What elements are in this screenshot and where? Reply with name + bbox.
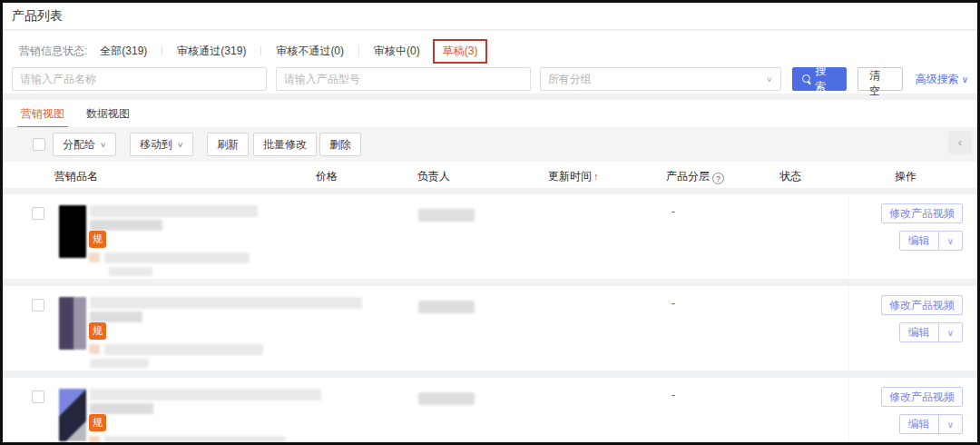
group-select-value: 所有分组: [548, 72, 592, 87]
col-status: 状态: [779, 169, 801, 184]
advanced-search-label: 高级搜索: [916, 73, 959, 85]
redacted-owner: [418, 301, 475, 313]
move-to-button-label: 移动到: [140, 137, 172, 153]
table-header: 营销品名 价格 负责人 更新时间↑ 产品分层? 状态 操作: [3, 162, 977, 189]
redacted-meta-line: [104, 344, 263, 355]
redacted-meta-line: [104, 252, 250, 263]
help-icon[interactable]: ?: [712, 173, 724, 184]
product-name-input[interactable]: [12, 67, 267, 91]
chevron-down-icon[interactable]: ∨: [938, 415, 962, 433]
col-owner: 负责人: [417, 169, 450, 184]
edit-split-button: 编辑 ∨: [899, 231, 963, 251]
edit-video-button[interactable]: 修改产品视频: [881, 387, 963, 407]
edit-button[interactable]: 编辑: [900, 232, 938, 250]
collapse-panel-button[interactable]: ‹: [948, 131, 972, 154]
status-item-approved[interactable]: 审核通过(319): [177, 44, 246, 59]
col-product-tier-label: 产品分层: [666, 170, 710, 183]
group-select[interactable]: 所有分组 ∨: [540, 67, 781, 91]
redacted-tag: [89, 252, 100, 262]
redacted-product-subtitle: [90, 220, 162, 231]
col-price: 价格: [316, 169, 338, 184]
status-item-all[interactable]: 全部(319): [100, 44, 147, 59]
redacted-owner: [418, 209, 475, 222]
advanced-search-link[interactable]: 高级搜索∨: [916, 72, 968, 87]
col-product-tier: 产品分层?: [666, 169, 724, 184]
annotation-box: 草稿(3): [433, 39, 488, 64]
edit-button[interactable]: 编辑: [900, 415, 938, 433]
search-inputs-row: 所有分组 ∨ 搜索 清空 高级搜索∨: [12, 67, 968, 91]
status-item-draft[interactable]: 草稿(3): [443, 44, 478, 59]
redacted-meta-line: [109, 267, 152, 276]
delete-button[interactable]: 删除: [319, 133, 361, 156]
chevron-down-icon: ∨: [962, 74, 968, 84]
search-icon: [802, 74, 812, 84]
redacted-meta-line: [104, 436, 286, 445]
page-title: 产品列表: [12, 8, 63, 25]
clear-button[interactable]: 清空: [858, 67, 903, 91]
product-thumbnail: [59, 389, 86, 441]
spec-badge: 规: [89, 322, 106, 340]
view-card: 营销视图 数据视图 分配给∨ 移动到∨ 刷新 批量修改 删除 ‹ 营销品名 价格…: [3, 100, 977, 442]
redacted-tag: [89, 344, 100, 354]
refresh-button[interactable]: 刷新: [207, 133, 249, 156]
bulk-toolbar: 分配给∨ 移动到∨ 刷新 批量修改 删除 ‹: [3, 127, 977, 162]
redacted-meta-line: [90, 359, 149, 368]
row-checkbox[interactable]: [32, 299, 44, 312]
edit-split-button: 编辑 ∨: [899, 414, 963, 434]
select-all-checkbox[interactable]: [33, 138, 45, 151]
col-update-time-label: 更新时间: [548, 170, 592, 183]
status-item-reviewing[interactable]: 审核中(0): [374, 44, 420, 59]
redacted-product-subtitle: [90, 312, 142, 322]
batch-edit-button[interactable]: 批量修改: [253, 133, 317, 156]
status-filter-label: 营销信息状态:: [19, 44, 87, 59]
edit-button[interactable]: 编辑: [900, 323, 938, 341]
table-row: 规 - 修改产品视频 编辑 ∨: [3, 286, 977, 371]
edit-split-button: 编辑 ∨: [899, 322, 963, 342]
product-model-input[interactable]: [276, 67, 531, 91]
divider: [358, 45, 359, 56]
page-header: 产品列表: [3, 3, 977, 30]
status-filter-row: 营销信息状态: 全部(319) 审核通过(319) 审核不通过(0) 审核中(0…: [19, 40, 487, 62]
edit-video-button[interactable]: 修改产品视频: [881, 295, 963, 315]
divider: [848, 378, 849, 445]
product-list-page: 产品列表 营销信息状态: 全部(319) 审核通过(319) 审核不通过(0) …: [0, 0, 980, 445]
spec-badge: 规: [89, 414, 106, 431]
row-checkbox[interactable]: [32, 207, 44, 220]
divider: [260, 45, 261, 56]
chevron-down-icon[interactable]: ∨: [938, 323, 962, 341]
tier-value: -: [671, 389, 675, 401]
chevron-down-icon: ∨: [100, 141, 106, 149]
status-item-rejected[interactable]: 审核不通过(0): [276, 44, 344, 59]
sort-asc-icon[interactable]: ↑: [593, 171, 599, 182]
tier-value: -: [671, 205, 675, 218]
col-update-time[interactable]: 更新时间↑: [548, 169, 599, 184]
table-row: 规 - 修改产品视频 编辑 ∨: [3, 194, 977, 279]
search-button[interactable]: 搜索: [792, 67, 847, 91]
row-checkbox[interactable]: [32, 391, 44, 403]
divider: [848, 286, 849, 371]
tab-marketing-view[interactable]: 营销视图: [21, 106, 64, 122]
table-row: 规 - 修改产品视频 编辑 ∨: [3, 378, 977, 445]
redacted-product-title: [90, 389, 321, 400]
filter-card: 营销信息状态: 全部(319) 审核通过(319) 审核不通过(0) 审核中(0…: [3, 31, 977, 94]
chevron-down-icon[interactable]: ∨: [938, 232, 962, 250]
tab-data-view[interactable]: 数据视图: [86, 106, 130, 122]
chevron-down-icon: ∨: [177, 141, 183, 149]
redacted-product-title: [90, 205, 258, 217]
redacted-owner: [418, 392, 475, 405]
chevron-left-icon: ‹: [958, 136, 962, 149]
redacted-product-subtitle: [90, 403, 153, 414]
divider: [162, 45, 162, 56]
chevron-down-icon: ∨: [766, 75, 772, 84]
edit-video-button[interactable]: 修改产品视频: [881, 203, 963, 223]
product-thumbnail: [59, 297, 86, 350]
redacted-tag: [89, 436, 100, 445]
assign-button[interactable]: 分配给∨: [53, 133, 116, 156]
view-tabbar: 营销视图 数据视图: [3, 100, 977, 127]
tier-value: -: [671, 297, 675, 310]
assign-button-label: 分配给: [63, 137, 95, 153]
search-button-label: 搜索: [815, 64, 837, 94]
col-actions: 操作: [895, 169, 916, 184]
move-to-button[interactable]: 移动到∨: [130, 133, 193, 156]
divider: [848, 194, 849, 279]
